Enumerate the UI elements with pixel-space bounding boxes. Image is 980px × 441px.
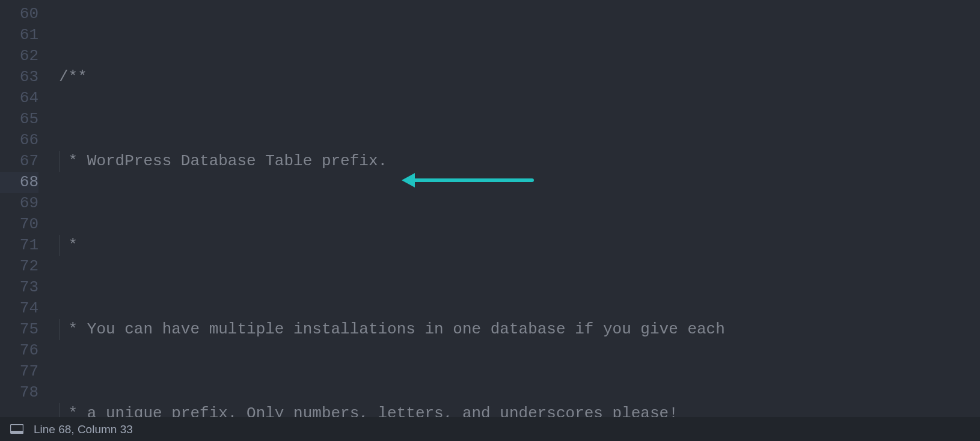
comment-token: * <box>59 320 87 338</box>
line-number: 74 <box>0 298 38 319</box>
code-line[interactable]: * WordPress Database Table prefix. <box>51 151 980 172</box>
line-number: 61 <box>0 25 38 46</box>
line-number: 77 <box>0 361 38 382</box>
comment-token: /** <box>59 68 87 86</box>
line-number: 62 <box>0 46 38 67</box>
code-editor[interactable]: 60 61 62 63 64 65 66 67 68 69 70 71 72 7… <box>0 0 980 417</box>
code-line[interactable]: /** <box>51 67 980 88</box>
status-bar[interactable]: Line 68, Column 33 <box>0 417 980 441</box>
comment-token: * <box>59 236 78 254</box>
line-number: 65 <box>0 109 38 130</box>
indent-guide <box>59 151 60 172</box>
line-number: 71 <box>0 235 38 256</box>
line-number: 72 <box>0 256 38 277</box>
indent-guide <box>59 319 60 340</box>
line-number-gutter: 60 61 62 63 64 65 66 67 68 69 70 71 72 7… <box>0 4 51 417</box>
line-number: 76 <box>0 340 38 361</box>
line-number: 60 <box>0 4 38 25</box>
cursor-position-label: Line 68, Column 33 <box>34 419 133 440</box>
comment-token: * <box>59 152 87 170</box>
panel-icon[interactable] <box>10 424 24 434</box>
line-number: 67 <box>0 151 38 172</box>
line-number: 63 <box>0 67 38 88</box>
comment-token: WordPress Database Table prefix. <box>87 152 387 170</box>
line-number: 73 <box>0 277 38 298</box>
svg-rect-1 <box>11 431 23 433</box>
code-area[interactable]: /** * WordPress Database Table prefix. *… <box>51 4 980 417</box>
line-number: 69 <box>0 193 38 214</box>
indent-guide <box>59 235 60 256</box>
line-number: 75 <box>0 319 38 340</box>
line-number: 78 <box>0 382 38 403</box>
line-number-active: 68 <box>0 172 38 193</box>
comment-token: You can have multiple installations in o… <box>87 320 725 338</box>
line-number: 70 <box>0 214 38 235</box>
line-number: 66 <box>0 130 38 151</box>
code-line[interactable]: * You can have multiple installations in… <box>51 319 980 340</box>
line-number: 64 <box>0 88 38 109</box>
code-line[interactable]: * <box>51 235 980 256</box>
